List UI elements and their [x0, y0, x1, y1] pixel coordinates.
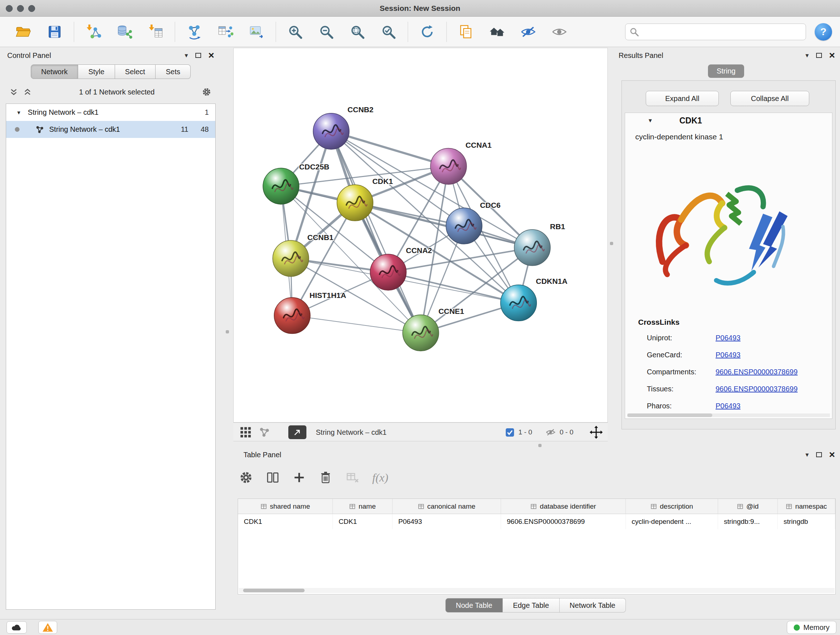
search-input[interactable]	[625, 24, 806, 40]
close-panel-icon[interactable]: ×	[829, 52, 835, 59]
collapse-caret-icon[interactable]: ▼	[16, 110, 21, 116]
panel-menu-icon[interactable]: ▾	[185, 51, 188, 59]
network-from-table-button[interactable]	[210, 20, 241, 44]
cell-description[interactable]: cyclin-dependent ...	[626, 514, 718, 529]
hidden-elements-icon[interactable]	[545, 427, 556, 437]
column-header[interactable]: name	[333, 499, 393, 514]
show-columns-icon[interactable]	[266, 470, 279, 485]
import-network-database-button[interactable]	[109, 20, 140, 44]
zoom-fit-button[interactable]	[342, 20, 373, 44]
column-header[interactable]: description	[626, 499, 718, 514]
tab-network[interactable]: Network	[31, 65, 78, 79]
network-thumbnail-icon[interactable]	[259, 426, 270, 438]
copy-style-button[interactable]	[450, 20, 482, 44]
tab-style[interactable]: Style	[78, 65, 115, 79]
horizontal-splitter-handle[interactable]	[538, 444, 542, 447]
cell-shared-name[interactable]: CDK1	[238, 514, 333, 529]
table-settings-gear-icon[interactable]	[239, 470, 253, 485]
zoom-in-button[interactable]	[279, 20, 311, 44]
tab-node-table[interactable]: Node Table	[445, 598, 503, 613]
help-button[interactable]: ?	[815, 23, 832, 41]
expand-all-networks-icon[interactable]	[9, 88, 18, 96]
network-edge[interactable]	[388, 272, 518, 303]
open-session-button[interactable]	[8, 20, 39, 44]
results-panel: Results Panel ▾ × String Expand All Coll…	[614, 49, 838, 446]
panel-menu-icon[interactable]: ▾	[806, 51, 809, 59]
crosslink-link[interactable]: P06493	[715, 351, 741, 359]
network-name: String Network – cdk1	[49, 125, 120, 134]
float-panel-icon[interactable]	[195, 53, 201, 58]
column-header[interactable]: shared name	[238, 499, 333, 514]
table-row[interactable]: CDK1 CDK1 P06493 9606.ENSP00000378699 cy…	[238, 514, 835, 529]
tab-select[interactable]: Select	[115, 65, 156, 79]
export-image-button[interactable]	[241, 20, 272, 44]
collapse-all-button[interactable]: Collapse All	[730, 91, 809, 106]
network-view-canvas[interactable]: CCNB2CCNA1CDC25BCDK1CDC6RB1CCNB1CCNA2CDK…	[233, 48, 608, 423]
float-panel-icon[interactable]	[816, 452, 822, 457]
network-graph[interactable]: CCNB2CCNA1CDC25BCDK1CDC6RB1CCNB1CCNA2CDK…	[234, 48, 607, 422]
import-network-file-button[interactable]	[78, 20, 109, 44]
toolbar-separator	[175, 22, 175, 42]
collapse-all-networks-icon[interactable]	[23, 88, 32, 96]
tab-network-table[interactable]: Network Table	[560, 598, 626, 613]
cell-database-identifier[interactable]: 9606.ENSP00000378699	[501, 514, 626, 529]
network-row-selected[interactable]: String Network – cdk1 11 48	[6, 121, 215, 138]
collapse-section-icon[interactable]: ▼	[647, 117, 653, 124]
column-header[interactable]: @id	[718, 499, 778, 514]
zoom-out-button[interactable]	[311, 20, 342, 44]
results-scrollbar[interactable]	[627, 413, 830, 417]
add-column-icon[interactable]	[293, 471, 306, 484]
grid-view-icon[interactable]	[240, 426, 251, 438]
save-session-button[interactable]	[39, 20, 70, 44]
crosslink-link[interactable]: 9606.ENSP00000378699	[715, 368, 798, 376]
network-icon	[35, 125, 44, 134]
hide-graphics-details-button[interactable]	[513, 20, 544, 44]
close-panel-icon[interactable]: ×	[208, 52, 214, 59]
selected-nodes-icon[interactable]	[505, 428, 515, 437]
table-scrollbar[interactable]	[239, 588, 835, 593]
pan-crosshair-icon[interactable]	[590, 426, 603, 439]
cell-canonical-name[interactable]: P06493	[393, 514, 501, 529]
column-edit-icon	[651, 503, 657, 510]
tab-string[interactable]: String	[708, 65, 744, 78]
apply-layout-button[interactable]	[412, 20, 443, 44]
cell-name[interactable]: CDK1	[333, 514, 393, 529]
float-panel-icon[interactable]	[816, 53, 822, 58]
gear-icon[interactable]	[202, 87, 211, 97]
toolbar-separator	[408, 22, 408, 42]
zoom-selected-button[interactable]	[373, 20, 404, 44]
network-edge[interactable]	[292, 316, 421, 333]
cloud-status-button[interactable]	[6, 621, 27, 633]
close-panel-icon[interactable]: ×	[829, 451, 835, 458]
network-edge[interactable]	[355, 203, 532, 248]
tab-sets[interactable]: Sets	[156, 65, 191, 79]
crosslink-link[interactable]: P06493	[715, 402, 741, 410]
panel-menu-icon[interactable]: ▾	[806, 451, 809, 459]
function-builder-button[interactable]: f(x)	[372, 471, 388, 485]
cell-id[interactable]: stringdb:9...	[718, 514, 778, 529]
crosslink-link[interactable]: P06493	[715, 334, 741, 342]
import-table-file-button[interactable]	[140, 20, 171, 44]
memory-button[interactable]: Memory	[787, 621, 836, 634]
network-edge[interactable]	[331, 131, 448, 166]
expand-all-button[interactable]: Expand All	[646, 91, 719, 106]
column-header[interactable]: canonical name	[393, 499, 501, 514]
cell-namespace[interactable]: stringdb	[778, 514, 835, 529]
column-header[interactable]: database identifier	[501, 499, 626, 514]
collection-count: 1	[205, 108, 209, 117]
network-edge[interactable]	[331, 131, 421, 333]
crosslink-row: Uniprot: P06493	[647, 334, 821, 348]
birds-eye-button[interactable]	[482, 20, 513, 44]
warnings-button[interactable]	[38, 621, 57, 634]
crosslink-link[interactable]: 9606.ENSP00000378699	[715, 385, 798, 393]
open-in-new-window-button[interactable]	[288, 425, 306, 439]
toolbar-separator	[276, 22, 276, 42]
delete-column-icon[interactable]	[319, 470, 332, 485]
show-graphics-details-button[interactable]	[544, 20, 575, 44]
column-header[interactable]: namespac	[778, 499, 835, 514]
left-splitter-handle[interactable]	[226, 330, 229, 333]
new-network-button[interactable]	[179, 20, 210, 44]
right-splitter-handle[interactable]	[610, 242, 613, 245]
tab-edge-table[interactable]: Edge Table	[503, 598, 560, 613]
network-collection-row[interactable]: ▼ String Network – cdk1 1	[6, 104, 215, 121]
